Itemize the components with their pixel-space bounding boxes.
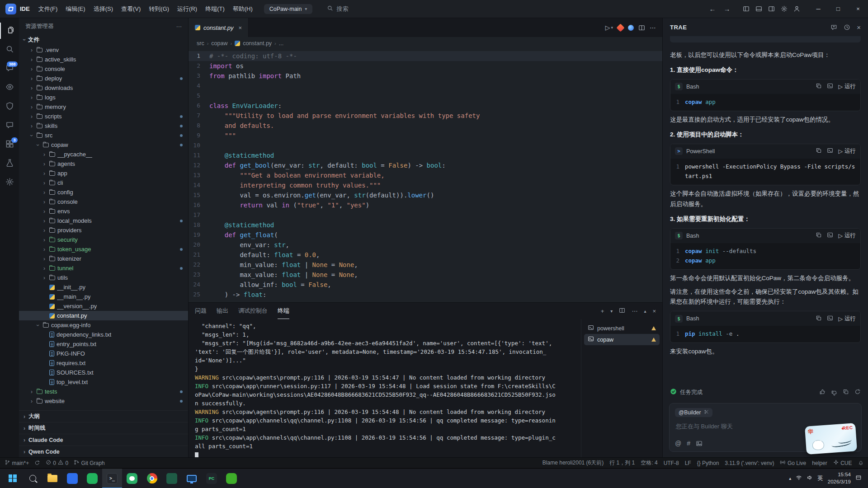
toggle-secondary-sidebar-button[interactable] [765, 3, 778, 15]
menu-item[interactable]: 查看(V) [117, 3, 145, 15]
menu-item[interactable]: 编辑(E) [61, 3, 89, 15]
helper-button[interactable]: helper [812, 460, 827, 466]
tree-item[interactable]: SOURCES.txt [19, 368, 188, 377]
app-logo[interactable] [5, 4, 16, 14]
clock[interactable]: 15:54 2026/3/19 [828, 471, 851, 485]
activity-explorer[interactable] [0, 23, 19, 39]
tree-item[interactable]: __main__.py [19, 292, 188, 301]
thumbs-up-icon[interactable] [819, 389, 826, 396]
new-chat-icon[interactable] [830, 24, 837, 31]
builder-context-chip[interactable]: @Builder [675, 408, 712, 417]
insert-terminal-icon[interactable] [827, 315, 833, 323]
run-code-button[interactable]: ▷运行 [838, 147, 856, 155]
menu-item[interactable]: 帮助(H) [229, 3, 257, 15]
tree-item[interactable]: ›agents [19, 159, 188, 169]
blame-info[interactable]: Blame heroli2001 (6天前) [542, 459, 604, 467]
sidebar-section-大纲[interactable]: ›大纲 [19, 410, 188, 422]
thumbs-down-icon[interactable] [831, 389, 837, 396]
tree-item[interactable]: ›logs [19, 93, 188, 102]
taskbar-app-app-darkgreen[interactable] [162, 469, 182, 488]
tray-expand-icon[interactable]: ▴ [789, 476, 791, 481]
go-live-button[interactable]: Go Live [780, 460, 806, 467]
tree-item[interactable]: ›scripts [19, 112, 188, 121]
activity-messages[interactable] [0, 117, 19, 134]
tree-item[interactable]: ›src [19, 131, 188, 140]
close-panel-icon[interactable]: × [652, 308, 656, 314]
code-editor[interactable]: 1# -*- coding: utf-8 -*-2import os3from … [189, 50, 662, 302]
run-code-button[interactable]: ▷运行 [838, 315, 856, 323]
tree-item[interactable]: ›config [19, 188, 188, 197]
tree-item[interactable]: ›token_usage [19, 244, 188, 254]
taskbar-app-start[interactable] [3, 469, 23, 488]
network-icon[interactable] [796, 474, 802, 482]
taskbar-app-monitor[interactable] [182, 469, 202, 488]
tree-item[interactable]: entry_points.txt [19, 339, 188, 349]
activity-chat[interactable]: 388 [0, 61, 19, 77]
action-center-icon[interactable] [855, 474, 862, 482]
sidebar-section-时间线[interactable]: ›时间线 [19, 422, 188, 434]
volume-icon[interactable] [807, 474, 813, 482]
tree-item[interactable]: ›downloads [19, 83, 188, 93]
insert-terminal-icon[interactable] [827, 232, 833, 239]
plugin-flame-icon[interactable] [616, 23, 624, 32]
minimize-button[interactable]: ─ [808, 0, 828, 18]
tree-item[interactable]: ›__pycache__ [19, 150, 188, 159]
sidebar-section-Qwen Code[interactable]: ›Qwen Code [19, 446, 188, 457]
forward-button[interactable]: → [721, 3, 733, 15]
plugin-ai-icon[interactable] [628, 25, 634, 31]
activity-testing[interactable] [0, 155, 19, 172]
encoding[interactable]: UTF-8 [664, 460, 679, 466]
menu-item[interactable]: 文件(F) [34, 3, 62, 15]
toggle-panel-button[interactable] [752, 3, 765, 15]
tree-item[interactable]: ›security [19, 235, 188, 244]
mention-icon[interactable]: @ [675, 440, 681, 447]
tree-item[interactable]: ›copaw [19, 140, 188, 150]
indentation[interactable]: 空格: 4 [641, 459, 657, 467]
taskbar-app-explorer[interactable] [42, 469, 62, 488]
tree-item[interactable]: ›website [19, 396, 188, 406]
tree-item[interactable]: ›skills [19, 121, 188, 131]
terminal-process-copaw[interactable]: copaw [584, 334, 660, 345]
close-tab-icon[interactable]: × [239, 24, 242, 31]
breadcrumb-item[interactable]: src [197, 40, 204, 47]
run-code-button[interactable]: ▷运行 [838, 83, 856, 90]
regenerate-icon[interactable] [854, 389, 861, 396]
terminal-output[interactable]: "channel": "qq", "msgs_len": 1, "msgs_st… [189, 319, 581, 457]
tree-item[interactable]: ›active_skills [19, 55, 188, 64]
tree-item[interactable]: PKG-INFO [19, 349, 188, 358]
panel-tab[interactable]: 调试控制台 [238, 303, 268, 319]
global-search[interactable]: 搜索 [322, 3, 353, 15]
editor-more-icon[interactable]: ⋯ [650, 24, 656, 31]
tree-item[interactable]: ›memory [19, 102, 188, 112]
tree-item[interactable]: ›console [19, 64, 188, 74]
taskbar-app-terminal[interactable]: >_ [102, 469, 122, 488]
copy-response-icon[interactable] [843, 389, 849, 396]
taskbar-app-wechat[interactable] [122, 469, 142, 488]
tree-item[interactable]: top_level.txt [19, 377, 188, 387]
activity-preview[interactable] [0, 80, 19, 96]
tree-item[interactable]: ›deploy [19, 74, 188, 83]
maximize-panel-icon[interactable]: ▴ [644, 309, 646, 314]
tree-item[interactable]: ›local_models [19, 216, 188, 225]
tree-item[interactable]: __version__.py [19, 301, 188, 311]
terminal-process-powershell[interactable]: powershell [584, 323, 660, 334]
activity-settings[interactable] [0, 174, 19, 191]
close-ai-panel-icon[interactable]: × [857, 23, 861, 31]
sidebar-section-Claude Code[interactable]: ›Claude Code [19, 434, 188, 446]
copy-code-icon[interactable] [816, 315, 822, 323]
sync-icon[interactable] [34, 460, 40, 466]
copy-code-icon[interactable] [816, 147, 822, 155]
panel-tab[interactable]: 问题 [195, 303, 207, 319]
activity-security[interactable] [0, 99, 19, 115]
tree-item[interactable]: ›app [19, 169, 188, 178]
account-icon[interactable] [790, 3, 803, 15]
activity-extensions[interactable]: 3 [0, 136, 19, 153]
split-editor-icon[interactable] [638, 24, 645, 31]
tree-item[interactable]: ›.venv [19, 45, 188, 55]
tree-item[interactable]: ›copaw.egg-info [19, 320, 188, 330]
input-method-indicator[interactable]: 英 [817, 474, 823, 482]
taskbar-app-search[interactable] [23, 469, 42, 488]
tree-item[interactable]: ›providers [19, 225, 188, 235]
tree-item[interactable]: constant.py [19, 311, 188, 320]
menu-item[interactable]: 终端(T) [201, 3, 229, 15]
